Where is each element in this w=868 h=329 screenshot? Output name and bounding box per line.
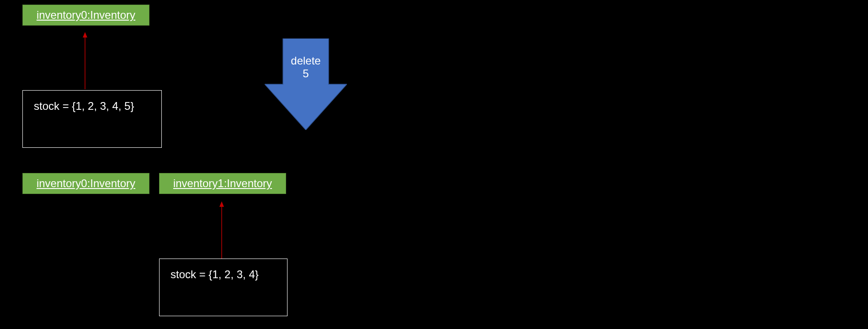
comment-text: stock = {1, 2, 3, 4} (170, 268, 259, 280)
object-label: inventory1:Inventory (173, 177, 272, 189)
svg-marker-4 (219, 201, 224, 207)
svg-marker-2 (265, 38, 347, 130)
object-label: inventory0:Inventory (37, 177, 135, 189)
operation-arrow: delete 5 (265, 38, 347, 130)
operation-value: 5 (303, 67, 309, 80)
pointer-arrow-before (80, 32, 90, 91)
pointer-arrow-after (217, 201, 226, 260)
object-inventory0-before: inventory0:Inventory (22, 5, 149, 26)
operation-action: delete (291, 54, 320, 67)
comment-after: stock = {1, 2, 3, 4} (159, 259, 288, 316)
object-label: inventory0:Inventory (37, 9, 135, 21)
svg-marker-1 (83, 32, 87, 38)
comment-before: stock = {1, 2, 3, 4, 5} (22, 90, 162, 148)
operation-text: delete 5 (265, 54, 347, 80)
comment-text: stock = {1, 2, 3, 4, 5} (34, 100, 134, 112)
object-inventory0-after: inventory0:Inventory (22, 173, 149, 194)
object-inventory1-after: inventory1:Inventory (159, 173, 286, 194)
